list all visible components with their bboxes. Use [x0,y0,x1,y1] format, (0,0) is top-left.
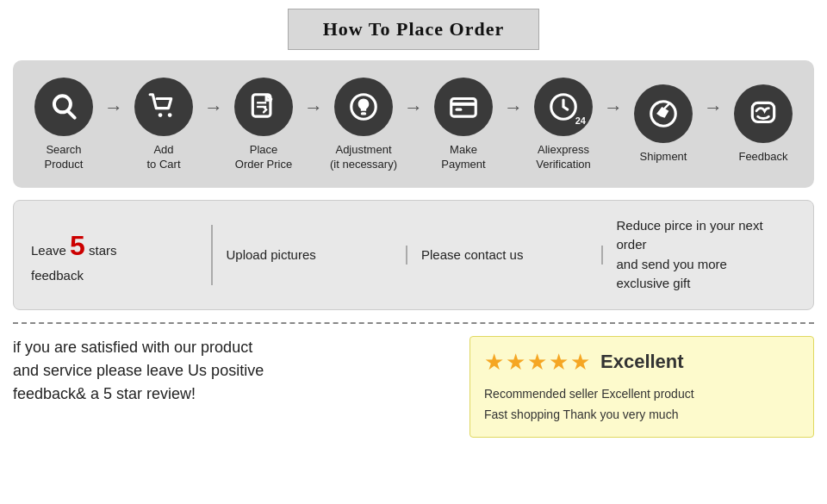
feedback-col-stars: Leave 5 starsfeedback [31,225,213,286]
arrow-5: → [504,96,523,119]
excellent-label: Excellent [600,351,684,373]
arrow-2: → [204,96,223,119]
step-payment-icon [434,78,493,136]
steps-row: SearchProduct → Addto Cart → [30,78,797,172]
step-verify-label: AliexpressVerification [536,143,591,172]
svg-point-3 [168,113,172,117]
review-box: ★ ★ ★ ★ ★ Excellent Recommended seller E… [469,336,814,439]
feedback-col-upload: Upload pictures [213,246,408,265]
step-search-icon [34,78,93,136]
feedback-col-contact: Please contact us [407,246,603,265]
svg-line-1 [69,112,75,118]
step-verify: 24 AliexpressVerification [525,78,602,172]
verify-24-label: 24 [575,115,586,126]
svg-point-2 [159,113,163,117]
step-feedback-icon [734,84,793,143]
step-ship-icon [634,84,693,143]
review-line-2: Fast shopping Thank you very much [484,405,799,426]
step-adjust-icon [334,78,393,136]
step-payment-label: MakePayment [441,143,485,172]
step-search-label: SearchProduct [45,143,84,172]
arrow-7: → [704,96,723,119]
bottom-section: if you are satisfied with our product an… [13,322,814,439]
stars-number: 5 [70,230,85,261]
step-search: SearchProduct [25,78,103,172]
step-order: PlaceOrder Price [225,78,302,172]
svg-point-0 [54,96,71,112]
svg-rect-11 [456,109,463,111]
page-wrapper: How To Place Order SearchProduct → [0,0,827,446]
title-section: How To Place Order [13,9,814,50]
svg-rect-9 [451,99,476,117]
step-adjust-label: Adjustment(it necessary) [330,143,397,172]
step-order-label: PlaceOrder Price [235,143,292,172]
review-header: ★ ★ ★ ★ ★ Excellent [484,349,799,376]
step-ship-label: Shipment [640,150,687,165]
step-feedback: Feedback [724,84,802,165]
step-cart-icon [134,78,193,136]
feedback-steps-section: Leave 5 starsfeedback Upload pictures Pl… [13,200,814,310]
step-cart-label: Addto Cart [146,143,180,172]
review-line-1: Recommended seller Excellent product [484,384,799,405]
arrow-1: → [104,96,123,119]
step-payment: MakePayment [425,78,502,172]
step-verify-icon: 24 [534,78,593,136]
step-adjust: Adjustment(it necessary) [325,78,402,172]
star-1: ★ [484,349,504,376]
star-5: ★ [570,349,590,376]
step-order-icon [234,78,293,136]
star-3: ★ [527,349,547,376]
stars-row: ★ ★ ★ ★ ★ [484,349,590,376]
page-title: How To Place Order [288,9,539,50]
svg-rect-8 [361,112,366,115]
star-4: ★ [549,349,569,376]
steps-section: SearchProduct → Addto Cart → [13,60,814,188]
arrow-6: → [604,96,623,119]
star-2: ★ [506,349,525,376]
step-ship: Shipment [625,84,702,165]
arrow-3: → [304,96,323,119]
bottom-text: if you are satisfied with our product an… [13,336,452,406]
step-feedback-label: Feedback [738,150,787,165]
feedback-col-reward: Reduce pirce in your next orderand send … [603,216,797,294]
arrow-4: → [404,96,423,119]
step-cart: Addto Cart [125,78,202,172]
